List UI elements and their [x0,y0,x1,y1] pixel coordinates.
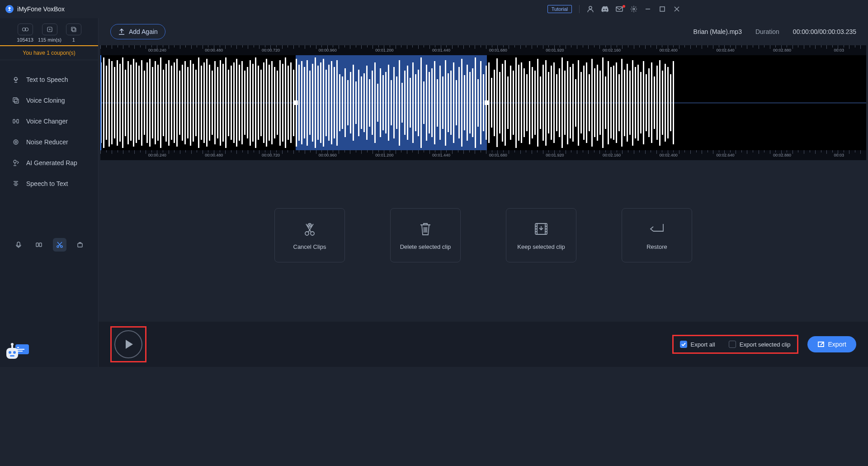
stat-copies[interactable]: 1 [66,24,81,43]
checkbox-checked-icon [680,341,687,348]
titlebar-right: Tutorial [547,5,682,13]
selection-handle-left[interactable] [293,100,298,105]
stat-time[interactable]: 115 min(s) [38,24,61,43]
tool-convert[interactable] [33,238,46,252]
export-options-highlight: Export all Export selected clip [672,335,687,354]
play-button[interactable] [114,330,142,358]
nav-text-to-speech[interactable]: Text to Speech [0,69,98,90]
svg-point-5 [633,8,635,10]
sidebar: 105413 115 min(s) 1 You have 1 coupon(s)… [0,18,99,367]
svg-point-21 [15,141,17,143]
waveform-wrap: 00:00.24000:00.48000:00.72000:00.96000:0… [100,45,687,160]
tutorial-button[interactable]: Tutorial [547,5,572,13]
action-label: Cancel Clips [293,243,326,250]
waveform[interactable] [100,55,687,150]
timeline-ruler-bottom[interactable]: 00:00.24000:00.48000:00.72000:00.96000:0… [100,150,687,160]
delete-icon [419,221,432,237]
bottom-bar: Export all Export selected clip Export [99,322,687,367]
nav-label: Speech to Text [26,180,68,187]
export-all-checkbox[interactable]: Export all [680,341,687,348]
time-icon [42,24,57,35]
nav-label: Voice Changer [26,118,68,125]
titlebar: iMyFone VoxBox Tutorial [0,0,687,18]
nav-label: AI Generated Rap [26,159,77,166]
mail-icon[interactable] [616,6,624,12]
stat-copies-label: 1 [72,37,75,43]
selection-handle-right[interactable] [485,100,489,105]
svg-point-35 [13,351,16,354]
svg-point-22 [14,160,16,163]
waveform-bars [100,55,687,150]
sidebar-nav: Text to Speech Voice Cloning Voice Chang… [0,60,98,203]
svg-point-39 [305,232,309,235]
titlebar-icons [587,5,682,13]
main: Add Again Brian (Male).mp3 Duration 00:0… [99,18,687,367]
delete-clip-button[interactable]: Delete selected clip [390,208,461,262]
stt-icon [12,180,20,188]
svg-point-27 [61,246,62,247]
svg-rect-24 [36,243,38,247]
copy-icon [66,24,81,35]
tts-icon [12,76,20,84]
svg-rect-14 [72,28,76,32]
chars-icon [18,24,33,35]
close-icon[interactable] [674,6,682,12]
tool-box[interactable] [74,238,87,252]
export-controls: Export all Export selected clip Export [672,335,687,354]
nav-label: Text to Speech [26,76,68,83]
svg-rect-7 [660,7,665,11]
svg-rect-25 [39,243,42,247]
svg-rect-36 [10,355,14,357]
svg-rect-16 [13,98,17,102]
tool-row [0,238,99,252]
timeline-ruler-top[interactable]: 00:00.24000:00.48000:00.72000:00.96000:0… [100,45,687,55]
restore-button[interactable]: Restore [622,208,687,262]
nav-voice-changer[interactable]: Voice Changer [0,111,98,132]
action-label: Keep selected clip [517,243,565,250]
svg-point-20 [14,140,18,144]
playhead[interactable] [100,55,101,150]
svg-point-34 [9,351,11,354]
svg-point-38 [11,343,14,346]
maximize-icon[interactable] [659,6,667,12]
svg-rect-28 [78,243,82,247]
tool-record[interactable] [12,238,25,252]
svg-rect-18 [13,119,15,123]
minimize-icon[interactable] [645,6,653,12]
stat-time-label: 115 min(s) [38,37,61,43]
stat-chars-label: 105413 [17,37,33,43]
nav-noise-reducer[interactable]: Noise Reducer [0,132,98,152]
discord-icon[interactable] [601,6,609,12]
nav-ai-rap[interactable]: AI Generated Rap [0,152,98,173]
svg-point-26 [57,246,59,247]
keep-icon [534,221,548,237]
tool-cut[interactable] [53,238,66,252]
app-title: iMyFone VoxBox [17,5,65,13]
rap-icon [12,159,20,167]
nav-label: Noise Reducer [26,138,68,146]
cancel-clips-button[interactable]: Cancel Clips [274,208,345,262]
add-again-button[interactable]: Add Again [110,24,165,39]
keep-clip-button[interactable]: Keep selected clip [506,208,576,262]
action-label: Restore [646,243,667,250]
chatbot-icon[interactable] [5,342,29,361]
nav-speech-to-text[interactable]: Speech to Text [0,173,98,194]
restore-icon [649,221,665,237]
svg-rect-23 [17,242,20,246]
svg-rect-33 [6,348,18,359]
clone-icon [12,96,20,105]
user-icon[interactable] [587,5,595,13]
svg-rect-4 [616,7,623,11]
clip-actions: Cancel Clips Delete selected clip Keep s… [99,208,687,262]
svg-rect-2 [8,10,11,11]
coupon-bar[interactable]: You have 1 coupon(s) [0,45,98,60]
svg-point-40 [311,232,314,235]
app-logo [5,5,14,13]
stat-chars[interactable]: 105413 [17,24,33,43]
settings-icon[interactable] [630,5,638,13]
titlebar-left: iMyFone VoxBox [5,5,65,13]
nav-voice-cloning[interactable]: Voice Cloning [0,90,98,111]
svg-rect-17 [14,99,19,103]
svg-rect-13 [71,27,75,31]
svg-point-15 [14,77,17,80]
